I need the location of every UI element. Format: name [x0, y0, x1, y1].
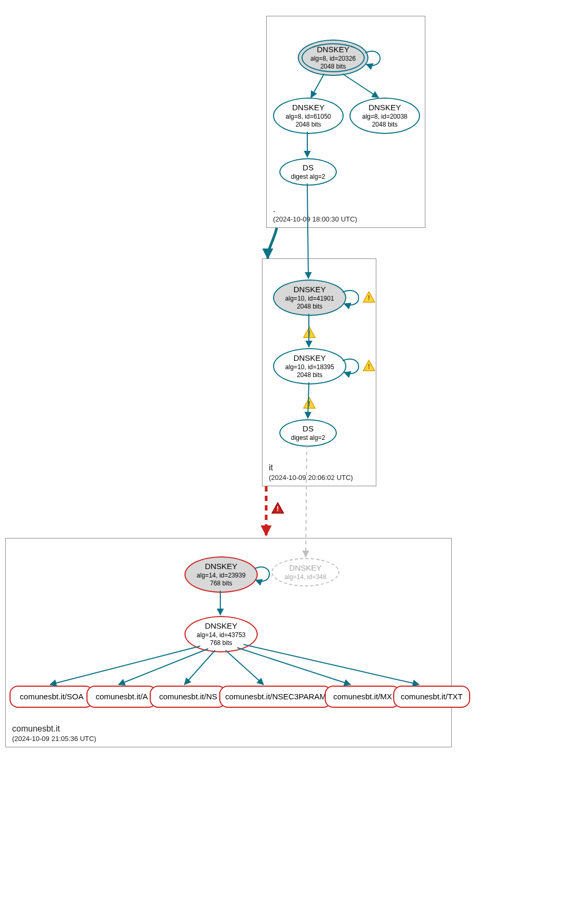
svg-text:!: ! [368, 294, 370, 302]
zone-it-label: it (2024-10-09 20:06:02 UTC) [269, 463, 353, 482]
warning-icon: ! [363, 360, 375, 371]
rr-mx: comunesbt.it/MX [325, 686, 401, 708]
error-icon: ! [271, 502, 284, 514]
node-root-zsk1: DNSKEY alg=8, id=61050 2048 bits [273, 98, 344, 134]
node-root-ksk: DNSKEY alg=8, id=20326 2048 bits [298, 40, 368, 76]
node-it-zsk: DNSKEY alg=10, id=18395 2048 bits [273, 348, 346, 384]
svg-text:!: ! [308, 329, 310, 337]
warning-icon: ! [303, 326, 316, 338]
node-leaf-missing: DNSKEY alg=14, id=348 [271, 558, 339, 586]
node-root-ds: DS digest alg=2 [279, 158, 337, 186]
node-it-ksk: DNSKEY alg=10, id=41901 2048 bits [273, 280, 346, 316]
node-leaf-zsk: DNSKEY alg=14, id=43753 768 bits [184, 616, 258, 652]
svg-text:!: ! [277, 505, 279, 513]
rr-n3p: comunesbt.it/NSEC3PARAM [219, 686, 332, 708]
rr-a: comunesbt.it/A [86, 686, 157, 708]
node-root-zsk2: DNSKEY alg=8, id=20038 2048 bits [349, 98, 420, 134]
svg-text:!: ! [368, 362, 370, 370]
warning-icon: ! [303, 397, 316, 409]
warning-icon: ! [363, 291, 375, 303]
rr-soa: comunesbt.it/SOA [9, 686, 94, 708]
zone-root-label: . (2024-10-09 18:00:30 UTC) [273, 205, 357, 223]
node-leaf-ksk: DNSKEY alg=14, id=23939 768 bits [184, 556, 258, 593]
rr-txt: comunesbt.it/TXT [393, 686, 470, 708]
rr-ns: comunesbt.it/NS [150, 686, 227, 708]
svg-text:!: ! [308, 400, 310, 408]
zone-leaf-label: comunesbt.it (2024-10-09 21:05:36 UTC) [12, 724, 96, 743]
node-it-ds: DS digest alg=2 [279, 419, 337, 447]
